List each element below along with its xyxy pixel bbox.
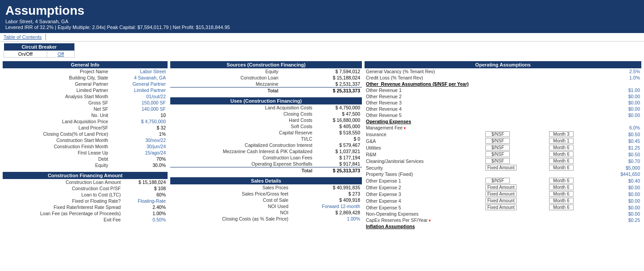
- label: Limited Partner: [3, 87, 110, 93]
- label: Other Expense 2: [365, 184, 479, 191]
- table-row: Insurance $/NSF Month 3 $0.50: [365, 131, 641, 138]
- table-row: Sales Price/Gross feet $ 273: [170, 191, 362, 197]
- label: Total: [170, 88, 280, 94]
- label: NOI Used: [170, 203, 290, 209]
- page-title: Assumptions: [5, 4, 639, 18]
- label: Utilities: [365, 144, 479, 151]
- value: $441,650: [599, 171, 641, 177]
- value: 1.00%: [290, 216, 362, 222]
- label: Construction Loan: [170, 75, 280, 81]
- value: $0.00: [599, 106, 641, 112]
- circuit-section: Circuit Breaker On/Off Off: [0, 42, 644, 59]
- label: Construction Start Month: [3, 137, 110, 143]
- table-row: Analysis Start Month 01/out/22: [3, 93, 168, 100]
- label: Fixed or Floating Rate?: [3, 198, 123, 204]
- value: 01/out/22: [110, 93, 168, 100]
- label: Equity: [170, 68, 280, 75]
- value: $ 4,750,000: [314, 104, 362, 111]
- cleaning-month: Month 6: [549, 158, 574, 164]
- value: $ 2,869,428: [290, 209, 362, 216]
- label: Project Name: [3, 68, 110, 75]
- value: $ 1,037,821: [314, 148, 362, 154]
- value: $ 47,500: [314, 111, 362, 117]
- label: Soft Costs: [170, 123, 314, 129]
- oe1-month: Month 6: [549, 178, 574, 183]
- table-row: Other Revenue Assumptions ($/NSF per Yea…: [365, 81, 641, 87]
- label: NOI: [170, 209, 290, 216]
- value: $ 15,188,024: [280, 75, 362, 81]
- value: $ 40,991,835: [290, 184, 362, 191]
- table-row: First Lease Up 15/ago/24: [3, 150, 168, 156]
- oe2-month: Month 6: [549, 184, 574, 190]
- table-row: NOI Used Forward 12-month: [170, 203, 362, 209]
- table-row: Closing Costs $ 47,500: [170, 111, 362, 117]
- table-row: Equity 30.0%: [3, 162, 168, 168]
- circuit-value[interactable]: Off: [57, 51, 64, 57]
- table-row: Total $ 25,313,373: [170, 167, 362, 174]
- oe2-type: Fixed Amount: [485, 184, 516, 190]
- value: 0.50%: [123, 217, 168, 223]
- label: Credit Loss (% Tenant Rev): [365, 75, 599, 81]
- value: $ 518,550: [314, 129, 362, 136]
- value: $0.00: [599, 93, 641, 100]
- label: Other Revenue 2: [365, 93, 599, 100]
- construction-financing-table: Construction Financing Amount Constructi…: [3, 172, 168, 223]
- value: $ 405,000: [314, 123, 362, 129]
- table-row: Soft Costs $ 405,000: [170, 123, 362, 129]
- label: Insurance: [365, 131, 479, 138]
- table-row: Cleaning/Janitorial Services $/NSF Month…: [365, 158, 641, 164]
- middle-column: Sources (Construction Financing) Equity …: [170, 61, 362, 229]
- table-row: Mezzanine Cash Interest & PIK Capitalize…: [170, 148, 362, 154]
- label: Analysis Start Month: [3, 93, 110, 100]
- value: 30/nov/22: [110, 137, 168, 143]
- uses-header: Uses (Construction Financing): [170, 97, 362, 104]
- label: Security: [365, 164, 479, 171]
- security-type: Fixed Amount: [485, 165, 516, 171]
- label: Capital Reserve: [170, 129, 314, 136]
- table-row: Mezzanine $ 2,531,337: [170, 81, 362, 88]
- value: 2.40%: [123, 204, 168, 210]
- table-row: Building City, State 4 Savanah, GA: [3, 75, 168, 81]
- label: Capitalized Construction Interest: [170, 142, 314, 148]
- left-column: General Info Project Name Labor Street B…: [3, 61, 168, 229]
- label: Closing Costs (as % Sale Price): [170, 216, 290, 222]
- table-row: G&A $/NSF Month 1 $0.45: [365, 138, 641, 144]
- table-row: Other Revenue 3 $0.00: [365, 100, 641, 106]
- ga-month: Month 1: [549, 138, 574, 144]
- label: Loan to Cost (LTC): [3, 192, 123, 198]
- oe4-month: Month 6: [549, 198, 574, 204]
- label: Closing Costs: [170, 111, 314, 117]
- toc-link[interactable]: Table of Contents: [4, 34, 42, 40]
- label: Sales Price/Gross feet: [170, 191, 290, 197]
- insurance-type: $/NSF: [485, 131, 510, 137]
- table-row: Land Acquisition Price $ 4,750,000: [3, 118, 168, 125]
- label: General Vacancy (% Tenant Rev): [365, 68, 599, 75]
- table-row: Limited Partner Limited Partner: [3, 87, 168, 93]
- table-row: Closing Costs (as % Sale Price) 1.00%: [170, 216, 362, 222]
- label: Construction Cost P/SF: [3, 185, 123, 192]
- value: $ 917,841: [314, 161, 362, 167]
- value: $0.00: [599, 204, 641, 211]
- general-info-table: General Info Project Name Labor Street B…: [3, 61, 168, 168]
- value: $0.00: [599, 184, 641, 191]
- value: $0.00: [599, 191, 641, 197]
- oe3-type: Fixed Amount: [485, 191, 516, 197]
- label: Operating Expense Shortfalls: [170, 161, 314, 167]
- label: No. Unit: [3, 112, 110, 118]
- value: 2.5%: [599, 68, 641, 75]
- value: $ 409,918: [290, 197, 362, 203]
- table-row: Construction Start Month 30/nov/22: [3, 137, 168, 143]
- table-row: Capital Reserve $ 518,550: [170, 129, 362, 136]
- label: Gross SF: [3, 100, 110, 106]
- value: $ 177,194: [314, 154, 362, 161]
- value: Floating-Rate: [123, 198, 168, 204]
- table-row: Land Price/SF $ 32: [3, 125, 168, 131]
- right-column: Operating Assumptions General Vacancy (%…: [365, 61, 641, 229]
- table-row: No. Unit 10: [3, 112, 168, 118]
- table-row: Other Expense 4 Fixed Amount Month 6 $0.…: [365, 197, 641, 204]
- table-row: Project Name Labor Street: [3, 68, 168, 75]
- label: Cleaning/Janitorial Services: [365, 158, 479, 164]
- label: Construction Loan Fees: [170, 154, 314, 161]
- label: Closing Costs(% of Land Price): [3, 131, 110, 137]
- oe5-month: Month 6: [549, 204, 574, 210]
